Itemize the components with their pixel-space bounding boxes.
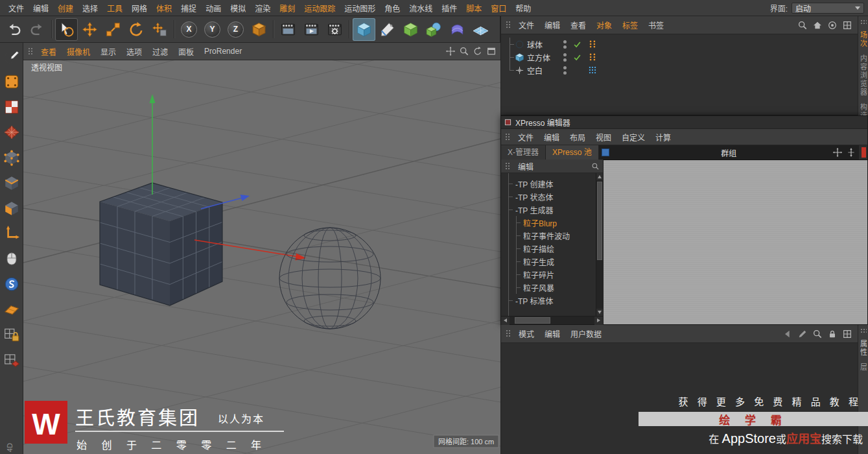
points-mode-button[interactable]	[2, 148, 21, 167]
texture-mode-button[interactable]	[2, 97, 21, 117]
enable-axis-button[interactable]	[2, 224, 21, 243]
object-name[interactable]: 立方体	[527, 52, 563, 63]
toggle-view-icon[interactable]	[486, 46, 497, 56]
undo-button[interactable]	[3, 18, 25, 41]
om-menu-tags[interactable]: 标签	[617, 19, 643, 30]
lock-x-axis-button[interactable]: X	[178, 18, 200, 41]
fit-view-icon[interactable]	[846, 147, 856, 158]
menu-create[interactable]: 创建	[53, 3, 78, 14]
visibility-dots-icon[interactable]	[563, 53, 567, 62]
enabled-check-icon[interactable]	[573, 40, 581, 49]
lock-y-axis-button[interactable]: Y	[201, 18, 224, 41]
scroll-right-icon[interactable]	[594, 317, 603, 325]
pool-vertical-scrollbar[interactable]	[596, 173, 603, 316]
collapsed-palette-handle[interactable]	[862, 147, 866, 158]
add-floor-button[interactable]	[469, 18, 492, 41]
render-settings-button[interactable]	[323, 18, 346, 41]
tree-item[interactable]: 粒子描绘	[501, 242, 596, 255]
add-spline-button[interactable]	[376, 18, 399, 41]
tree-item[interactable]: 粒子碎片	[501, 268, 596, 281]
pool-horizontal-scrollbar[interactable]	[501, 316, 603, 324]
menu-window[interactable]: 窗口	[486, 3, 511, 14]
texture-tag-icon[interactable]	[588, 53, 597, 62]
search-icon[interactable]	[797, 20, 808, 30]
history-back-icon[interactable]	[782, 329, 793, 339]
menu-motion-tracker[interactable]: 运动跟踪	[299, 3, 340, 14]
viewport-solo-button[interactable]	[2, 249, 21, 269]
scale-button[interactable]	[102, 18, 124, 41]
panel-grip-icon[interactable]	[860, 328, 867, 333]
add-cube-button[interactable]	[353, 18, 375, 41]
visibility-dots-icon[interactable]	[563, 40, 567, 49]
polygons-mode-button[interactable]	[2, 198, 21, 218]
workplane-button[interactable]	[2, 300, 21, 319]
enabled-check-icon[interactable]	[573, 53, 581, 62]
xp-menu-view[interactable]: 视图	[591, 132, 616, 143]
layout-icon[interactable]	[842, 20, 852, 30]
vp-menu-display[interactable]: 显示	[95, 46, 121, 57]
tree-item[interactable]: -TP 标准体	[501, 294, 596, 307]
last-tool-button[interactable]	[148, 18, 171, 41]
search-icon[interactable]	[812, 329, 823, 339]
make-editable-button[interactable]	[2, 47, 21, 66]
move-button[interactable]	[78, 18, 101, 41]
model-mode-button[interactable]	[2, 72, 21, 91]
tree-item[interactable]: -TP 生成器	[501, 203, 596, 216]
coordinate-system-button[interactable]	[248, 18, 270, 41]
menu-help[interactable]: 帮助	[511, 3, 535, 14]
om-menu-view[interactable]: 查看	[565, 19, 591, 30]
scroll-up-icon[interactable]	[596, 173, 603, 180]
tab-takes[interactable]: 场次	[858, 31, 868, 48]
xp-menu-calculate[interactable]: 计算	[650, 132, 676, 143]
xpresso-titlebar[interactable]: XPresso 编辑器	[501, 116, 867, 129]
vp-menu-options[interactable]: 选项	[121, 46, 147, 57]
pan-view-icon[interactable]	[445, 46, 456, 56]
edit-pen-icon[interactable]	[797, 329, 808, 339]
xgroup-header[interactable]: 群组	[599, 145, 859, 160]
vp-menu-view[interactable]: 查看	[36, 46, 62, 57]
menu-render[interactable]: 渲染	[250, 3, 275, 14]
tab-attributes[interactable]: 属性	[858, 340, 868, 357]
edges-mode-button[interactable]	[2, 173, 21, 193]
om-menu-file[interactable]: 文件	[513, 19, 539, 30]
add-deformer-button[interactable]	[446, 18, 469, 41]
workplane-mode-button[interactable]	[2, 123, 21, 142]
tree-item[interactable]: 粒子风暴	[501, 281, 596, 294]
lock-z-axis-button[interactable]: Z	[224, 18, 247, 41]
object-name[interactable]: 球体	[527, 39, 563, 50]
pan-nodes-icon[interactable]	[832, 147, 843, 158]
panel-grip-icon[interactable]	[860, 19, 867, 25]
panel-grip-icon[interactable]	[28, 47, 33, 56]
add-volume-button[interactable]	[423, 18, 445, 41]
live-selection-button[interactable]	[55, 18, 78, 41]
menu-volume[interactable]: 体积	[152, 3, 176, 14]
menu-animate[interactable]: 动画	[201, 3, 226, 14]
om-menu-edit[interactable]: 编辑	[539, 19, 565, 30]
render-view-button[interactable]	[277, 18, 299, 41]
menu-select[interactable]: 选择	[78, 3, 102, 14]
menu-tools[interactable]: 工具	[102, 3, 127, 14]
panel-grip-icon[interactable]	[506, 329, 511, 338]
menu-pipeline[interactable]: 流水线	[405, 3, 437, 14]
menu-script[interactable]: 脚本	[462, 3, 486, 14]
tree-item-selected[interactable]: 粒子Blurp	[501, 216, 596, 229]
tab-content-browser[interactable]: 内容浏览器	[858, 54, 868, 97]
vp-menu-filter[interactable]: 过滤	[147, 46, 173, 57]
menu-character[interactable]: 角色	[380, 3, 405, 14]
scrollbar-thumb[interactable]	[597, 182, 602, 260]
menu-mesh[interactable]: 网格	[127, 3, 152, 14]
visibility-dots-icon[interactable]	[563, 66, 567, 75]
tab-layers[interactable]: 层	[858, 363, 868, 372]
tree-item[interactable]: 粒子事件波动	[501, 229, 596, 242]
render-picture-viewer-button[interactable]	[300, 18, 323, 41]
attr-menu-mode[interactable]: 模式	[513, 328, 539, 339]
menu-plugins[interactable]: 插件	[437, 3, 462, 14]
vp-menu-panel[interactable]: 面板	[173, 46, 199, 57]
texture-tag-icon[interactable]	[588, 40, 597, 49]
lock-icon[interactable]	[827, 329, 838, 339]
tree-item[interactable]: -TP 创建体	[501, 177, 596, 190]
xp-menu-file[interactable]: 文件	[513, 132, 539, 143]
zoom-view-icon[interactable]	[459, 46, 469, 56]
tree-item[interactable]: -TP 状态体	[501, 190, 596, 203]
xpresso-tag-icon[interactable]	[588, 66, 597, 75]
